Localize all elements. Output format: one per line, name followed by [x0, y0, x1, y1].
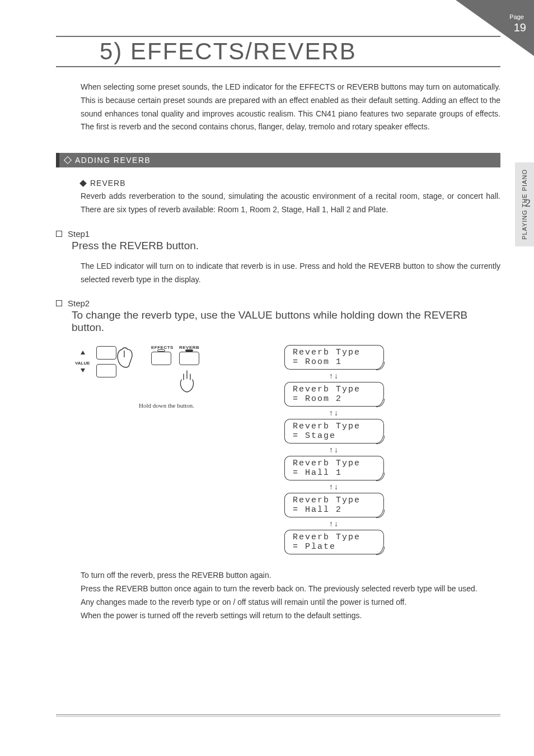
- hold-caption: Hold down the button.: [139, 402, 194, 409]
- lcd-display: Reverb Type = Plate: [284, 530, 384, 554]
- lcd-line1: Reverb Type: [293, 496, 383, 505]
- lcd-stack: Reverb Type = Room 1 ↑↓ Reverb Type = Ro…: [284, 345, 384, 554]
- step2-action: To change the reverb type, use the VALUE…: [72, 309, 500, 334]
- triangle-up-icon: [81, 351, 85, 354]
- lcd-line1: Reverb Type: [293, 348, 383, 357]
- lcd-display: Reverb Type = Hall 2: [284, 493, 384, 517]
- closing-line: Any changes made to the reverb type or o…: [81, 596, 500, 609]
- lcd-line2: = Hall 2: [293, 505, 383, 515]
- lcd-line2: = Plate: [293, 542, 383, 552]
- section-adding-reverb: ADDING REVERB: [56, 153, 500, 167]
- step1-label: Step1: [68, 229, 90, 239]
- page-number: 19: [514, 21, 526, 34]
- lcd-display: Reverb Type = Hall 1: [284, 456, 384, 480]
- square-outline-icon: [56, 300, 62, 306]
- page-word: Page: [509, 13, 524, 20]
- triangle-down-icon: [81, 368, 85, 372]
- reverb-button: [179, 352, 199, 365]
- footer-rules: [56, 715, 500, 717]
- controls-illustration: VALUE EFFECTS REVERB Hold down the butto…: [72, 345, 223, 423]
- lcd-line2: = Hall 1: [293, 468, 383, 478]
- lcd-line2: = Room 2: [293, 394, 383, 404]
- step1-action: Press the REVERB button.: [72, 240, 500, 252]
- closing-line: When the power is turned off the reverb …: [81, 609, 500, 623]
- lcd-display: Reverb Type = Room 1: [284, 345, 384, 370]
- step2-label: Step2: [68, 298, 90, 308]
- lcd-line2: = Room 1: [293, 357, 383, 367]
- diamond-outline-icon: [64, 156, 72, 164]
- diamond-solid-icon: [79, 180, 87, 187]
- value-label: VALUE: [75, 361, 90, 366]
- effects-button: [151, 352, 171, 365]
- hand-press-icon: [115, 345, 135, 372]
- lcd-line1: Reverb Type: [293, 422, 383, 431]
- closing-line: Press the REVERB button once again to tu…: [81, 582, 500, 596]
- intro-paragraph: When selecting some preset sounds, the L…: [81, 81, 500, 134]
- reverb-heading: REVERB: [90, 179, 126, 188]
- up-down-arrows-icon: ↑↓: [329, 372, 339, 380]
- lcd-line1: Reverb Type: [293, 533, 383, 542]
- up-down-arrows-icon: ↑↓: [329, 409, 339, 417]
- value-down-button: [96, 364, 116, 377]
- closing-line: To turn off the reverb, press the REVERB…: [81, 569, 500, 582]
- page-title: 5) EFFECTS/REVERB: [100, 38, 357, 65]
- up-down-arrows-icon: ↑↓: [329, 483, 339, 491]
- section-title: ADDING REVERB: [75, 156, 151, 165]
- up-down-arrows-icon: ↑↓: [329, 520, 339, 528]
- lcd-line1: Reverb Type: [293, 385, 383, 394]
- chapter-number: 2: [524, 197, 531, 209]
- hand-hold-icon: [177, 370, 197, 396]
- lcd-display: Reverb Type = Stage: [284, 419, 384, 444]
- closing-paragraphs: To turn off the reverb, press the REVERB…: [81, 569, 500, 622]
- lcd-display: Reverb Type = Room 2: [284, 382, 384, 407]
- lcd-line2: = Stage: [293, 431, 383, 441]
- step1-description: The LED indicator will turn on to indica…: [81, 260, 500, 287]
- lcd-line1: Reverb Type: [293, 459, 383, 468]
- reverb-description: Reverb adds reverberation to the sound, …: [81, 190, 500, 217]
- value-up-button: [96, 346, 116, 360]
- up-down-arrows-icon: ↑↓: [329, 446, 339, 454]
- square-outline-icon: [56, 231, 62, 237]
